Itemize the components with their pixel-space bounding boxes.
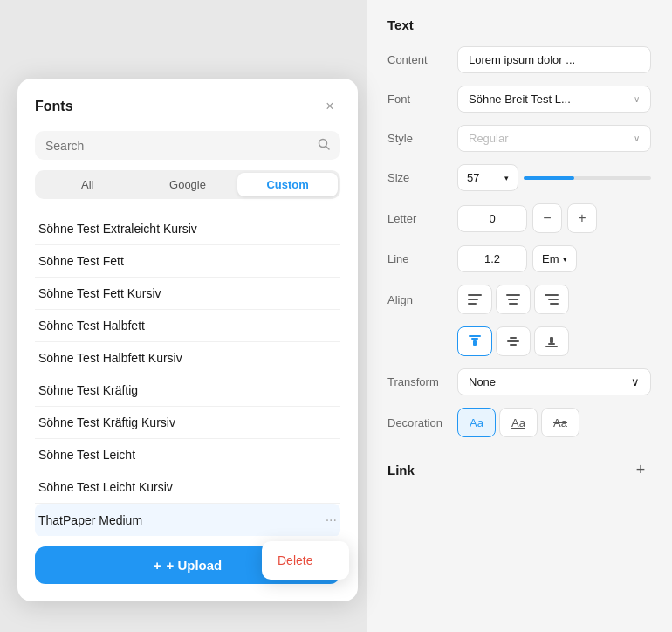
svg-rect-5 — [509, 303, 518, 305]
divider — [387, 450, 651, 450]
valign-middle-button[interactable] — [496, 326, 531, 356]
list-item[interactable]: Söhne Test Halbfett Kursiv — [35, 342, 340, 374]
svg-rect-13 — [510, 337, 517, 339]
chevron-down-icon: ▾ — [504, 174, 509, 182]
svg-rect-17 — [550, 337, 553, 343]
svg-rect-6 — [545, 294, 559, 296]
decoration-underline-button[interactable]: Aa — [499, 408, 538, 437]
line-unit-select[interactable]: Em ▾ — [532, 245, 577, 272]
list-item[interactable]: Söhne Test Kräftig — [35, 374, 340, 407]
font-list: Söhne Test Extraleicht Kursiv Söhne Test… — [35, 213, 340, 536]
align-right-button[interactable] — [534, 285, 569, 314]
chevron-down-icon: ∨ — [631, 375, 640, 388]
add-link-button[interactable]: + — [630, 459, 651, 480]
letter-label: Letter — [387, 212, 457, 225]
svg-rect-11 — [473, 340, 477, 346]
selected-font-name: ThatPaper Medium — [38, 513, 142, 527]
size-input[interactable]: 57 ▾ — [457, 164, 518, 191]
decoration-group: Aa Aa Aa — [457, 408, 651, 437]
context-menu: Delete — [262, 541, 349, 580]
svg-line-19 — [326, 147, 330, 150]
list-item[interactable]: Söhne Test Leicht — [35, 439, 340, 471]
delete-menu-item[interactable]: Delete — [262, 546, 349, 574]
svg-rect-12 — [507, 340, 519, 342]
align-controls — [457, 285, 651, 314]
valign-row — [457, 326, 651, 356]
size-slider[interactable] — [524, 176, 651, 180]
transform-value: None ∨ — [457, 368, 651, 395]
chevron-down-icon: ▾ — [563, 255, 567, 264]
svg-rect-0 — [468, 294, 482, 296]
align-row: Align — [387, 285, 651, 314]
transform-row: Transform None ∨ — [387, 368, 651, 395]
align-center-button[interactable] — [496, 285, 531, 314]
search-box — [35, 131, 340, 160]
valign-bottom-button[interactable] — [534, 326, 569, 356]
style-select[interactable]: Regular ∨ — [457, 125, 651, 152]
letter-increase-button[interactable]: + — [567, 203, 597, 233]
close-button[interactable]: × — [319, 96, 340, 117]
three-dots-icon[interactable]: ··· — [326, 512, 337, 528]
link-row: Link + — [387, 459, 651, 480]
font-row: Font Söhne Breit Test L... ∨ — [387, 86, 651, 113]
right-panel: Text Content Lorem ipsum dolor ... Font … — [367, 0, 672, 632]
decoration-row: Decoration Aa Aa Aa — [387, 408, 651, 437]
decoration-none-button[interactable]: Aa — [457, 408, 496, 437]
valign-middle-icon — [507, 335, 519, 347]
style-row: Style Regular ∨ — [387, 125, 651, 152]
list-item[interactable]: Söhne Test Halbfett — [35, 310, 340, 342]
font-value: Söhne Breit Test L... ∨ — [457, 86, 651, 113]
list-item[interactable]: Söhne Test Leicht Kursiv — [35, 471, 340, 504]
decoration-strikethrough-button[interactable]: Aa — [541, 408, 579, 437]
valign-top-icon — [469, 335, 481, 347]
valign-top-button[interactable] — [457, 326, 492, 356]
svg-rect-1 — [468, 299, 478, 300]
line-controls: 1.2 Em ▾ — [457, 245, 651, 272]
svg-rect-14 — [510, 344, 517, 346]
valign-bottom-icon — [545, 335, 558, 347]
list-item[interactable]: Söhne Test Extraleicht Kursiv — [35, 213, 340, 245]
svg-rect-4 — [508, 299, 518, 300]
font-label: Font — [387, 93, 457, 106]
list-item[interactable]: Söhne Test Kräftig Kursiv — [35, 407, 340, 439]
upload-icon: + — [154, 558, 161, 573]
line-input[interactable]: 1.2 — [457, 245, 527, 272]
search-icon — [318, 138, 330, 153]
align-left-icon — [468, 294, 482, 305]
svg-rect-15 — [545, 346, 558, 347]
style-label: Style — [387, 132, 457, 145]
content-input[interactable]: Lorem ipsum dolor ... — [457, 46, 651, 73]
align-center-icon — [506, 294, 520, 305]
fonts-header: Fonts × — [35, 96, 340, 117]
filter-tab-custom[interactable]: Custom — [237, 173, 338, 196]
search-input[interactable] — [45, 139, 311, 153]
decoration-value: Aa Aa Aa — [457, 408, 651, 437]
letter-row: Letter 0 − + — [387, 203, 651, 233]
list-item[interactable]: Söhne Test Fett Kursiv — [35, 278, 340, 310]
svg-rect-16 — [548, 343, 555, 345]
list-item[interactable]: Söhne Test Fett — [35, 245, 340, 278]
align-label: Align — [387, 293, 457, 306]
svg-rect-8 — [550, 303, 559, 305]
transform-select[interactable]: None ∨ — [457, 368, 651, 395]
svg-rect-3 — [506, 294, 520, 296]
letter-input[interactable]: 0 — [457, 205, 527, 232]
link-label: Link — [387, 463, 415, 477]
size-row: Size 57 ▾ — [387, 164, 651, 191]
svg-rect-10 — [471, 338, 478, 340]
chevron-down-icon: ∨ — [634, 94, 640, 104]
content-label: Content — [387, 53, 457, 66]
filter-tab-all[interactable]: All — [38, 173, 138, 196]
text-section-title: Text — [387, 17, 651, 32]
align-left-button[interactable] — [457, 285, 492, 314]
svg-rect-7 — [548, 299, 559, 300]
list-item-selected[interactable]: ThatPaper Medium ··· — [35, 504, 340, 536]
letter-decrease-button[interactable]: − — [532, 203, 562, 233]
line-row: Line 1.2 Em ▾ — [387, 245, 651, 272]
fonts-panel: Fonts × All Google Custom Söhne Test Ext… — [17, 79, 358, 601]
font-select[interactable]: Söhne Breit Test L... ∨ — [457, 86, 651, 113]
filter-tab-google[interactable]: Google — [138, 173, 238, 196]
align-right-icon — [545, 294, 559, 305]
size-label: Size — [387, 171, 457, 184]
style-value: Regular ∨ — [457, 125, 651, 152]
